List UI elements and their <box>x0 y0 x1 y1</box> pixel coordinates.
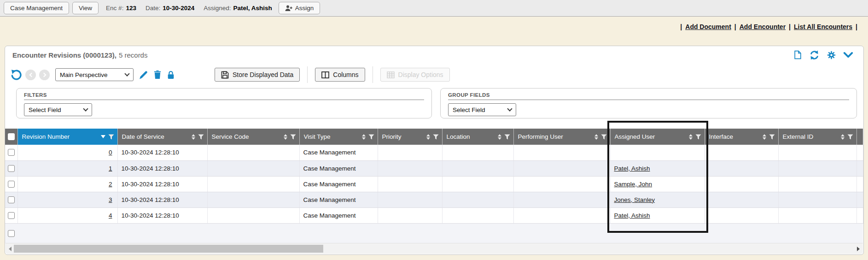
filter-funnel-icon[interactable] <box>847 134 853 140</box>
column-header-location[interactable]: Location <box>442 129 513 145</box>
filter-funnel-icon[interactable] <box>198 134 204 140</box>
scroll-left-arrow-icon[interactable] <box>9 247 12 251</box>
gear-icon[interactable] <box>827 50 836 60</box>
undo-icon[interactable] <box>11 69 22 81</box>
new-document-icon[interactable] <box>793 50 802 60</box>
cell-external_id <box>778 192 856 207</box>
filter-funnel-icon[interactable] <box>695 134 701 140</box>
column-header-visit_type[interactable]: Visit Type <box>299 129 378 145</box>
filter-funnel-icon[interactable] <box>504 134 510 140</box>
top-bar-button[interactable]: View <box>72 2 99 14</box>
link-separator: | <box>789 23 791 30</box>
column-label: External ID <box>783 133 839 140</box>
row-checkbox[interactable] <box>8 212 15 219</box>
horizontal-scrollbar[interactable] <box>6 243 863 254</box>
column-label: Performing User <box>518 133 593 140</box>
action-link[interactable]: Add Encounter <box>740 23 786 30</box>
sort-icon[interactable] <box>498 134 501 140</box>
select-all-checkbox[interactable] <box>8 133 15 140</box>
row-select-cell <box>5 207 17 223</box>
group-fields-select[interactable]: Select Field <box>448 103 516 116</box>
cell-performing_user <box>513 176 610 192</box>
revision-link[interactable]: 2 <box>109 181 112 188</box>
cell-s_partial <box>856 145 863 160</box>
row-checkbox[interactable] <box>8 196 15 203</box>
sort-icon[interactable] <box>192 134 195 140</box>
action-link[interactable]: List All Encounters <box>794 23 852 30</box>
footer-empty-cell <box>17 223 863 243</box>
column-header-revision[interactable]: Revision Number <box>17 129 117 145</box>
assigned_user-link[interactable]: Patel, Ashish <box>614 165 650 172</box>
filter-funnel-icon[interactable] <box>433 134 439 140</box>
assigned_user-link[interactable]: Jones, Stanley <box>614 196 655 203</box>
chevron-down-icon[interactable] <box>843 52 853 58</box>
top-bar-button[interactable]: Case Management <box>4 2 69 14</box>
filter-funnel-icon[interactable] <box>108 134 114 140</box>
column-header-external_id[interactable]: External ID <box>778 129 856 145</box>
sort-desc-icon[interactable] <box>101 135 105 138</box>
column-header-performing_user[interactable]: Performing User <box>513 129 610 145</box>
column-label: Service Code <box>212 133 282 140</box>
sort-icon[interactable] <box>426 134 430 140</box>
revision-link[interactable]: 0 <box>109 149 112 156</box>
cell-s_partial <box>856 192 863 207</box>
scroll-right-arrow-icon[interactable] <box>857 247 860 251</box>
scrollbar-thumb[interactable] <box>14 245 323 253</box>
filter-funnel-icon[interactable] <box>290 134 296 140</box>
column-header-date[interactable]: Date of Service <box>117 129 207 145</box>
assign-button[interactable]: Assign <box>279 2 320 14</box>
assigned_user-link[interactable]: Patel, Ashish <box>614 212 650 219</box>
link-separator: | <box>856 23 857 30</box>
lock-icon[interactable] <box>167 71 175 79</box>
column-header-interface[interactable]: Interface <box>705 129 778 145</box>
column-header-assigned_user[interactable]: Assigned User <box>610 129 705 145</box>
revision-link[interactable]: 1 <box>109 165 112 172</box>
columns-button[interactable]: Columns <box>315 68 365 82</box>
row-checkbox[interactable] <box>8 181 15 188</box>
column-header-priority[interactable]: Priority <box>378 129 442 145</box>
filters-field-select[interactable]: Select Field <box>24 103 92 116</box>
sort-icon[interactable] <box>362 134 366 140</box>
select-caret-icon <box>124 71 129 76</box>
cell-revision: 1 <box>17 160 117 176</box>
sort-icon[interactable] <box>594 134 598 140</box>
sort-icon[interactable] <box>284 134 287 140</box>
cell-visit_type: Case Management <box>299 192 378 207</box>
row-select-cell <box>5 192 17 207</box>
select-all-header[interactable] <box>5 129 17 145</box>
table-row: 310-30-2024 12:28:10Case ManagementJones… <box>5 192 863 207</box>
revisions-table: Revision NumberDate of ServiceService Co… <box>5 129 863 243</box>
record-count: 5 records <box>119 51 148 59</box>
filters-select-value: Select Field <box>29 106 61 113</box>
footer-select-cell <box>5 223 17 243</box>
store-displayed-data-button[interactable]: Store Displayed Data <box>215 68 300 82</box>
delete-trash-icon[interactable] <box>153 70 162 79</box>
table-row: 010-30-2024 12:28:10Case Management <box>5 145 863 160</box>
cell-date: 10-30-2024 12:28:10 <box>117 160 207 176</box>
toolbar-separator <box>307 66 308 83</box>
refresh-icon[interactable] <box>809 50 820 60</box>
sort-icon[interactable] <box>763 134 766 140</box>
panel-title: Encounter Revisions (0000123), <box>12 51 117 59</box>
row-checkbox[interactable] <box>8 149 15 156</box>
perspective-select[interactable]: Main Perspective <box>55 68 134 81</box>
filter-funnel-icon[interactable] <box>769 134 775 140</box>
row-checkbox[interactable] <box>8 165 15 172</box>
cell-service_code <box>207 192 299 207</box>
action-link[interactable]: Add Document <box>685 23 731 30</box>
footer-checkbox[interactable] <box>8 230 15 237</box>
column-header-s_partial[interactable]: S <box>856 129 863 145</box>
column-header-service_code[interactable]: Service Code <box>207 129 299 145</box>
cell-location <box>442 160 513 176</box>
cell-revision: 3 <box>17 192 117 207</box>
edit-pencil-icon[interactable] <box>139 70 148 80</box>
revision-link[interactable]: 3 <box>109 196 112 203</box>
filter-funnel-icon[interactable] <box>368 134 374 140</box>
sort-icon[interactable] <box>841 134 845 140</box>
sort-icon[interactable] <box>689 134 693 140</box>
filter-funnel-icon[interactable] <box>601 134 607 140</box>
assigned_user-link[interactable]: Sample, John <box>614 181 652 188</box>
cell-interface <box>705 176 778 192</box>
link-separator: | <box>680 23 682 30</box>
revision-link[interactable]: 4 <box>109 212 112 219</box>
